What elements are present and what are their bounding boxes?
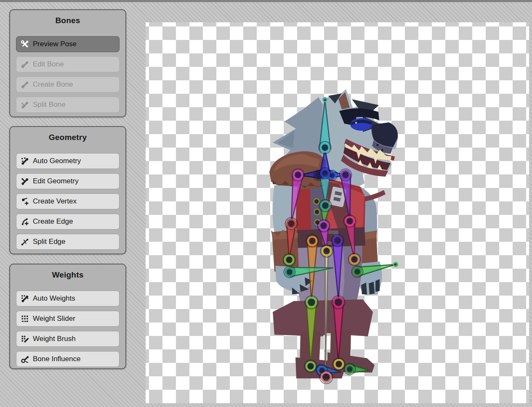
- joint-hip-left[interactable]: [308, 237, 317, 245]
- joint-wrist-right[interactable]: [350, 255, 359, 264]
- joint-hip-right[interactable]: [333, 236, 342, 245]
- tool-button-weight-brush[interactable]: Weight Brush: [16, 331, 120, 347]
- bone-tip-hand-right[interactable]: [394, 262, 398, 267]
- window-top-edge: [0, 0, 532, 2]
- joint-wrist-left[interactable]: [285, 256, 293, 264]
- tool-button-label: Weight Brush: [33, 335, 76, 343]
- tool-button-label: Create Edge: [33, 217, 73, 226]
- tool-button-split-bone: Split Bone: [16, 97, 120, 113]
- joint-ankle-left[interactable]: [306, 362, 315, 370]
- joint-hand-left-base[interactable]: [286, 268, 293, 276]
- panel-geometry: Geometry Auto GeometryEdit GeometryCreat…: [9, 126, 126, 254]
- split-bone-icon: [21, 100, 29, 109]
- tool-button-create-vertex[interactable]: Create Vertex: [16, 193, 120, 209]
- joint-shoulder-left[interactable]: [294, 171, 302, 179]
- tool-button-label: Bone Influence: [33, 355, 80, 363]
- joint-tail-end[interactable]: [322, 373, 331, 382]
- create-vertex-icon: [21, 197, 29, 206]
- joint-ankle-right[interactable]: [335, 360, 343, 368]
- tool-button-create-edge[interactable]: Create Edge: [16, 214, 120, 230]
- panel-bones: Bones Preview PoseEdit BoneCreate BoneSp…: [9, 9, 126, 117]
- joint-hand-right-base[interactable]: [354, 268, 361, 275]
- tool-button-label: Split Bone: [33, 100, 66, 109]
- sprite-canvas[interactable]: [146, 22, 529, 403]
- panel-title-bones: Bones: [10, 15, 125, 26]
- tool-button-preview-pose[interactable]: Preview Pose: [16, 36, 120, 52]
- tool-button-label: Split Edge: [33, 238, 66, 246]
- joint-elbow-left[interactable]: [287, 219, 295, 228]
- tool-button-label: Edit Bone: [33, 60, 64, 69]
- tool-button-label: Auto Weights: [33, 294, 75, 303]
- edit-bone-icon: [21, 60, 29, 69]
- joint-spine-mid[interactable]: [321, 201, 330, 210]
- bone-tip-head[interactable]: [323, 98, 327, 102]
- weight-slider-icon: [21, 314, 29, 323]
- joint-knee-left[interactable]: [307, 298, 316, 307]
- joint-pelvis-bottom[interactable]: [322, 247, 331, 255]
- tool-button-label: Auto Geometry: [33, 157, 81, 165]
- tool-button-label: Preview Pose: [33, 40, 77, 48]
- panel-title-weights: Weights: [10, 270, 125, 280]
- edit-geometry-icon: [21, 177, 29, 185]
- create-bone-icon: [21, 80, 29, 89]
- joint-knee-right[interactable]: [334, 298, 343, 307]
- weight-brush-icon: [21, 335, 29, 343]
- bone-influence-icon: [21, 355, 29, 363]
- joint-elbow-right[interactable]: [346, 217, 354, 225]
- tool-button-label: Create Vertex: [33, 197, 77, 206]
- panel-title-geometry: Geometry: [10, 132, 125, 143]
- joint-neck[interactable]: [321, 143, 329, 152]
- joint-shoulder-right[interactable]: [341, 171, 350, 179]
- tool-button-label: Create Bone: [33, 80, 73, 89]
- joint-pelvis-top[interactable]: [319, 222, 328, 230]
- tool-button-auto-weights[interactable]: Auto Weights: [16, 291, 120, 307]
- tool-button-edit-bone: Edit Bone: [16, 56, 120, 72]
- tool-button-label: Edit Geometry: [33, 177, 79, 185]
- tool-button-bone-influence[interactable]: Bone Influence: [16, 351, 120, 367]
- preview-pose-icon: [21, 40, 29, 48]
- auto-weights-icon: [21, 294, 29, 303]
- tool-button-split-edge[interactable]: Split Edge: [16, 234, 120, 250]
- character-sprite: [146, 22, 529, 403]
- split-edge-icon: [21, 238, 29, 246]
- tool-button-create-bone: Create Bone: [16, 77, 120, 92]
- panel-weights: Weights Auto WeightsWeight SliderWeight …: [9, 264, 126, 369]
- tool-button-edit-geometry[interactable]: Edit Geometry: [16, 173, 120, 189]
- tool-button-auto-geometry[interactable]: Auto Geometry: [16, 153, 120, 169]
- joint-chest-center[interactable]: [321, 169, 329, 177]
- tool-button-label: Weight Slider: [33, 314, 75, 323]
- joint-foot-right-base[interactable]: [346, 365, 354, 373]
- auto-geometry-icon: [21, 157, 29, 165]
- joint-chest-right[interactable]: [329, 172, 335, 179]
- tool-button-weight-slider[interactable]: Weight Slider: [16, 311, 120, 327]
- create-edge-icon: [21, 217, 29, 226]
